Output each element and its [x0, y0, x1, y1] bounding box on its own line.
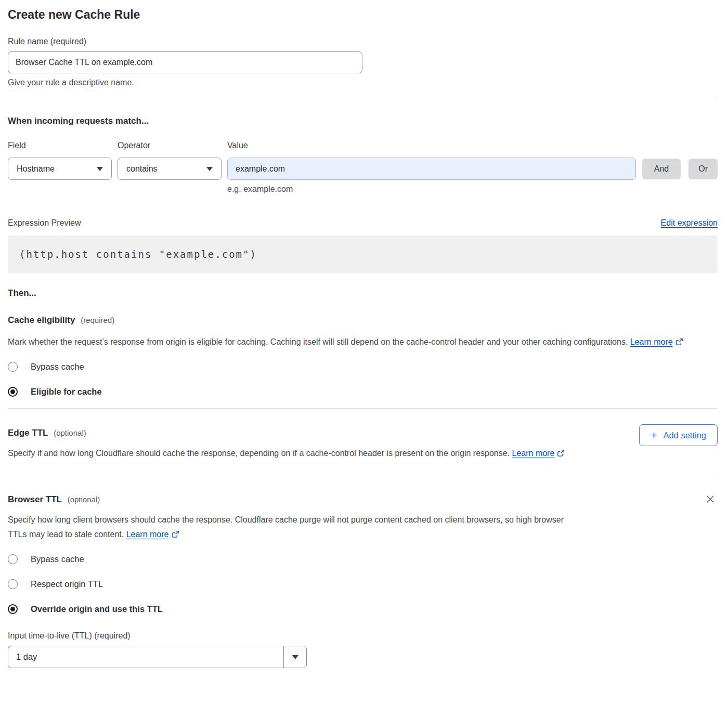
radio-respect-origin-ttl[interactable]: Respect origin TTL — [8, 579, 718, 589]
close-icon[interactable] — [705, 494, 716, 505]
ttl-select-value: 1 day — [8, 646, 283, 668]
radio-override-origin-ttl[interactable]: Override origin and use this TTL — [8, 604, 718, 614]
chevron-down-icon — [206, 167, 213, 171]
operator-select[interactable]: contains — [118, 158, 222, 180]
create-cache-rule-form: Create new Cache Rule Rule name (require… — [0, 0, 728, 677]
browser-ttl-title: Browser TTL — [8, 494, 62, 504]
edge-ttl-title: Edge TTL — [8, 428, 48, 438]
chevron-down-icon — [292, 655, 298, 659]
radio-label: Override origin and use this TTL — [31, 604, 163, 614]
section-divider — [8, 99, 718, 99]
edge-ttl-heading: Edge TTL (optional) + Add setting — [8, 427, 718, 439]
browser-ttl-learn-more-link[interactable]: Learn more — [126, 530, 169, 539]
cache-eligibility-heading: Cache eligibility (required) — [8, 315, 718, 326]
then-heading: Then... — [8, 288, 718, 298]
section-divider — [8, 408, 718, 409]
radio-label: Bypass cache — [31, 554, 84, 564]
field-select[interactable]: Hostname — [8, 158, 112, 180]
radio-label: Eligible for cache — [31, 387, 102, 397]
page-title: Create new Cache Rule — [8, 0, 718, 22]
browser-ttl-description-text: Specify how long client browsers should … — [8, 515, 564, 539]
edge-ttl-description: Specify if and how long Cloudflare shoul… — [8, 446, 582, 462]
radio-label: Respect origin TTL — [31, 579, 103, 589]
match-controls-row: Hostname contains And Or — [8, 158, 718, 180]
ttl-select[interactable]: 1 day — [8, 646, 307, 668]
plus-icon: + — [651, 429, 657, 440]
edge-ttl-description-text: Specify if and how long Cloudflare shoul… — [8, 449, 510, 458]
add-setting-label: Add setting — [663, 431, 706, 440]
or-button[interactable]: Or — [688, 159, 718, 179]
value-help: e.g. example.com — [227, 184, 718, 194]
cache-eligibility-qualifier: (required) — [81, 316, 114, 324]
radio-eligible-for-cache[interactable]: Eligible for cache — [8, 387, 718, 397]
cache-eligibility-title: Cache eligibility — [8, 315, 75, 325]
rule-name-label: Rule name (required) — [8, 36, 718, 46]
expression-preview-row: Expression Preview Edit expression — [8, 218, 718, 228]
radio-icon — [8, 579, 18, 589]
operator-label: Operator — [118, 140, 227, 150]
field-label: Field — [8, 140, 118, 150]
edge-ttl-qualifier: (optional) — [54, 428, 86, 437]
rule-name-help: Give your rule a descriptive name. — [8, 77, 718, 87]
radio-browser-bypass-cache[interactable]: Bypass cache — [8, 554, 718, 564]
chevron-down-icon — [97, 167, 103, 171]
ttl-input-label: Input time-to-live (TTL) (required) — [8, 631, 718, 641]
radio-icon — [8, 362, 18, 372]
value-input[interactable] — [227, 158, 636, 180]
match-column-labels: Field Operator Value — [8, 140, 718, 150]
and-button[interactable]: And — [642, 159, 681, 179]
ttl-select-arrow-button[interactable] — [283, 646, 306, 668]
external-link-icon — [557, 447, 565, 462]
browser-ttl-description: Specify how long client browsers should … — [8, 513, 582, 543]
radio-icon — [8, 554, 18, 564]
match-heading: When incoming requests match... — [8, 115, 718, 127]
value-label: Value — [227, 140, 248, 150]
radio-label: Bypass cache — [31, 362, 84, 372]
browser-ttl-qualifier: (optional) — [68, 495, 100, 504]
edit-expression-link[interactable]: Edit expression — [661, 218, 718, 228]
radio-bypass-cache[interactable]: Bypass cache — [8, 362, 718, 372]
add-setting-button[interactable]: + Add setting — [639, 424, 718, 446]
rule-name-input[interactable] — [8, 51, 362, 73]
section-divider — [8, 475, 718, 475]
radio-icon — [8, 387, 18, 397]
cache-eligibility-description-text: Mark whether the request’s response from… — [8, 337, 628, 346]
radio-icon — [8, 604, 18, 614]
browser-ttl-heading: Browser TTL (optional) — [8, 494, 718, 505]
external-link-icon — [675, 336, 683, 350]
cache-eligibility-learn-more-link[interactable]: Learn more — [630, 337, 673, 346]
external-link-icon — [172, 528, 179, 543]
edge-ttl-learn-more-link[interactable]: Learn more — [512, 449, 555, 458]
expression-preview-label: Expression Preview — [8, 218, 81, 228]
cache-eligibility-description: Mark whether the request’s response from… — [8, 335, 709, 350]
operator-select-value: contains — [126, 164, 158, 174]
expression-code: (http.host contains "example.com") — [8, 236, 718, 273]
field-select-value: Hostname — [17, 164, 55, 174]
